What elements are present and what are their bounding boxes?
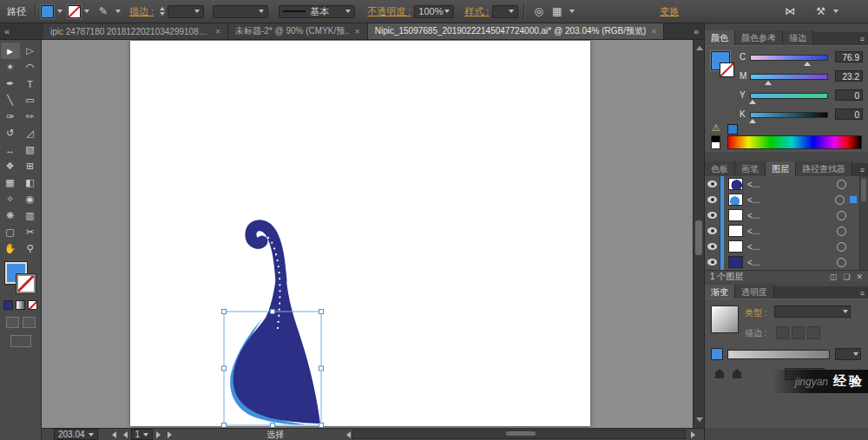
tool-line[interactable]: ╲ <box>1 92 20 108</box>
layer-row[interactable]: <... <box>705 192 868 208</box>
delete-layer-icon[interactable]: ✕ <box>856 273 863 281</box>
panel-menu-icon[interactable]: ≡ <box>860 289 865 298</box>
tab-brushes[interactable]: 画笔 <box>735 161 766 176</box>
draw-normal-button[interactable] <box>6 317 19 328</box>
toolbar-collapse-icon[interactable]: « <box>0 23 43 39</box>
in-gamut-swatch[interactable] <box>727 124 738 135</box>
layer-target-icon[interactable] <box>837 258 846 267</box>
tool-hand[interactable]: ✋ <box>1 240 20 257</box>
tool-rotate[interactable]: ↺ <box>1 125 20 141</box>
tab-overflow-icon[interactable]: » <box>694 26 699 36</box>
horizontal-scrollbar[interactable] <box>352 430 686 439</box>
step-up-icon[interactable] <box>160 4 165 10</box>
vertical-scroll-thumb[interactable] <box>695 220 702 255</box>
zoom-level-dropdown[interactable]: 203.04 <box>54 429 98 440</box>
last-artboard-icon[interactable] <box>168 431 175 438</box>
artboard-number-dropdown[interactable]: 1 <box>131 429 154 440</box>
gradient-color-swatch[interactable] <box>711 348 723 360</box>
opacity-dropdown[interactable]: 100% <box>414 5 454 18</box>
brush-definition-control[interactable]: ✎ <box>95 5 121 17</box>
tool-blend[interactable]: ◉ <box>21 191 40 207</box>
close-icon[interactable]: × <box>215 27 220 36</box>
layer-thumbnail[interactable] <box>728 178 743 190</box>
layer-thumbnail[interactable] <box>728 209 743 221</box>
tool-rectangle[interactable]: ▭ <box>21 92 40 108</box>
tool-paintbrush[interactable]: ✑ <box>1 108 20 125</box>
layer-thumbnail[interactable] <box>728 194 743 206</box>
tab-transparency[interactable]: 透明度 <box>735 285 774 299</box>
layer-label[interactable]: <... <box>747 180 837 189</box>
new-layer-icon[interactable]: ❏ <box>843 273 850 281</box>
stroke-color-control[interactable] <box>68 5 89 18</box>
gradient-button[interactable] <box>16 300 25 310</box>
scroll-right-icon[interactable] <box>691 431 699 438</box>
layer-target-icon[interactable] <box>837 180 846 189</box>
gradient-stop-icon[interactable] <box>715 369 724 378</box>
layer-thumbnail[interactable] <box>728 240 743 253</box>
scroll-up-icon[interactable] <box>696 43 703 50</box>
layer-target-icon[interactable] <box>837 211 846 220</box>
gradient-preview-swatch[interactable] <box>711 305 739 333</box>
panel-menu-icon[interactable]: ≡ <box>860 35 865 43</box>
tool-mesh[interactable]: ▦ <box>1 174 20 191</box>
align-options[interactable]: ▦ <box>548 5 575 17</box>
document-tab-1[interactable]: ipic 24787180 20181220210342991089.ai* × <box>43 23 228 39</box>
preferences-control[interactable]: ⚒ <box>812 5 838 17</box>
style-panel-link[interactable]: 样式 : <box>464 5 489 18</box>
layer-thumbnail[interactable] <box>728 225 743 237</box>
channel-slider[interactable] <box>750 55 828 61</box>
layer-thumbnail[interactable] <box>728 256 743 268</box>
layer-row[interactable]: <... <box>705 223 868 240</box>
layer-label[interactable]: <... <box>747 195 835 205</box>
stroke-across-icon[interactable] <box>807 326 820 339</box>
tool-lasso[interactable]: ◠ <box>21 59 40 76</box>
tab-stroke[interactable]: 描边 <box>783 30 813 45</box>
white-swatch[interactable] <box>711 141 720 149</box>
tool-perspective-grid[interactable]: ⊞ <box>21 158 40 174</box>
tool-eyedropper[interactable]: ✧ <box>1 191 20 207</box>
tool-slice[interactable]: ✂ <box>21 224 40 240</box>
document-tab-2[interactable]: 未标题-2* @ 90% (CMYK/预.. × <box>228 23 368 39</box>
layers-scrollbar[interactable] <box>859 176 868 270</box>
tool-shape-builder[interactable]: ❖ <box>1 158 20 174</box>
visibility-toggle[interactable] <box>705 207 720 223</box>
channel-value-field[interactable]: 0 <box>835 89 863 101</box>
layer-label[interactable]: <... <box>747 242 837 252</box>
layers-scroll-thumb[interactable] <box>861 179 866 201</box>
prev-artboard-icon[interactable] <box>120 431 128 438</box>
color-panel-stroke-swatch[interactable] <box>720 62 734 77</box>
tool-gradient[interactable]: ◧ <box>21 174 40 191</box>
stroke-within-icon[interactable] <box>776 326 789 339</box>
stroke-swatch[interactable] <box>68 5 81 18</box>
layer-target-icon[interactable] <box>837 242 846 252</box>
gradient-stop-icon[interactable] <box>733 369 741 378</box>
layer-row[interactable]: <... <box>705 176 868 193</box>
recolor-artwork-icon[interactable]: ◎ <box>534 5 542 17</box>
out-of-gamut-warning-icon[interactable]: ⚠ <box>712 122 720 134</box>
tab-gradient[interactable]: 渐变 <box>705 285 735 299</box>
layer-row[interactable]: <... <box>705 239 868 255</box>
layer-target-icon[interactable] <box>835 195 845 205</box>
make-mask-icon[interactable]: ◫ <box>830 273 838 281</box>
channel-slider[interactable] <box>750 74 828 80</box>
fill-color-control[interactable] <box>41 5 62 18</box>
toolbar-stroke-swatch[interactable] <box>16 274 36 293</box>
visibility-toggle[interactable] <box>705 254 720 270</box>
transform-panel-link[interactable]: 变换 <box>660 5 679 18</box>
swan-neck-head[interactable] <box>251 226 281 280</box>
visibility-toggle[interactable] <box>705 176 720 192</box>
tab-color[interactable]: 颜色 <box>705 30 735 45</box>
close-icon[interactable]: × <box>355 27 360 36</box>
channel-value-field[interactable]: 0 <box>835 108 863 120</box>
tool-width[interactable]: ↔ <box>1 141 20 158</box>
swan-body[interactable] <box>233 277 320 424</box>
next-artboard-icon[interactable] <box>156 431 164 438</box>
panel-menu-icon[interactable]: ≡ <box>860 166 865 174</box>
canvas-area[interactable] <box>42 40 693 428</box>
tool-scale[interactable]: ◿ <box>21 125 40 141</box>
isolate-icon[interactable]: ⋈ <box>785 5 795 17</box>
tab-color-guide[interactable]: 颜色参考 <box>735 30 783 45</box>
stroke-panel-link[interactable]: 描边 : <box>129 5 154 18</box>
width-profile-dropdown[interactable] <box>213 5 268 18</box>
tool-magic-wand[interactable]: ✶ <box>1 59 20 76</box>
